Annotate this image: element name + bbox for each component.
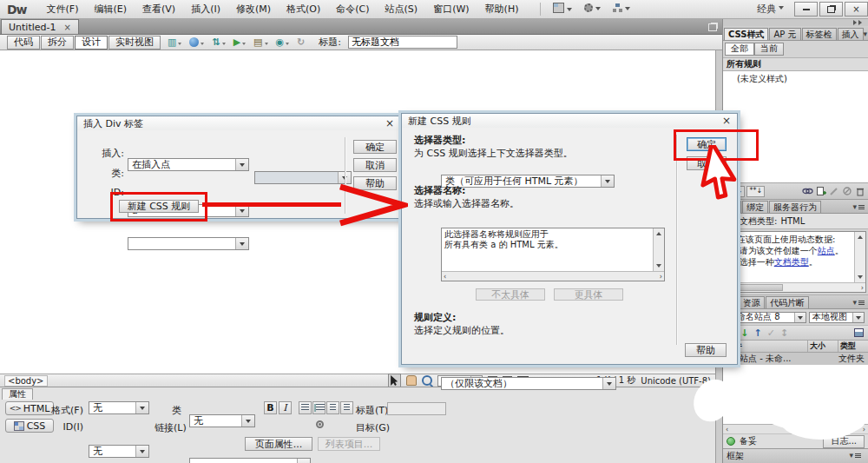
insert-point-select[interactable]: 在插入点 — [128, 158, 249, 171]
doctype-link[interactable]: 文档类型 — [774, 257, 809, 267]
selector-type-select[interactable]: 类（可应用于任何 HTML 元素） — [441, 175, 615, 188]
selector-type-label: 选择器类型: — [414, 134, 465, 147]
insert-div-ok-button[interactable]: 确定 — [353, 140, 397, 154]
rule-location-select[interactable]: （仅限该文档） — [441, 377, 616, 390]
all-rules-button[interactable]: 全部 — [725, 43, 754, 56]
disable-property-icon[interactable] — [842, 186, 852, 196]
menu-help[interactable]: 帮助(H) — [477, 3, 527, 16]
title-field[interactable] — [387, 402, 446, 415]
tab-css-styles[interactable]: CSS样式 — [724, 28, 768, 40]
put-files-icon[interactable]: ↑ — [753, 327, 761, 339]
document-title-input[interactable] — [348, 36, 457, 49]
file-management-icon[interactable]: ▥ — [168, 36, 181, 48]
refresh-icon[interactable]: ↻ — [297, 36, 305, 48]
close-tab-icon[interactable]: × — [63, 23, 70, 32]
insert-div-title-bar[interactable]: 插入 Div 标签 × — [77, 116, 400, 130]
attach-stylesheet-icon[interactable] — [802, 186, 813, 196]
frames-panel-bar[interactable]: 框架 ▾ — [723, 448, 868, 463]
info-box-hscrollbar[interactable]: ‹› — [442, 271, 664, 281]
tab-snippets[interactable]: 代码片断 — [766, 296, 809, 308]
info-vscrollbar[interactable] — [854, 232, 865, 282]
restore-document-icon[interactable] — [708, 23, 717, 31]
edit-rule-icon[interactable] — [829, 186, 839, 196]
tab-insert[interactable]: 插入 — [838, 28, 864, 40]
current-rule-button[interactable]: 当前 — [754, 43, 784, 56]
tab-assets[interactable]: 资源 — [739, 296, 765, 308]
class-select[interactable]: 无 — [189, 414, 255, 427]
id-select[interactable]: 无 — [89, 445, 149, 458]
ordered-list-icon[interactable] — [312, 401, 326, 414]
live-view-button[interactable]: 实时视图 — [108, 36, 161, 50]
hand-tool-icon[interactable] — [406, 375, 417, 386]
insert-div-cancel-button[interactable]: 取消 — [353, 158, 397, 172]
workspace-switcher[interactable]: 经典 — [757, 3, 792, 16]
panel-menu-icon-3[interactable]: ▾ — [852, 298, 868, 308]
delete-rule-icon[interactable] — [855, 186, 865, 196]
expand-files-panel-icon[interactable] — [854, 328, 864, 337]
new-css-help-button[interactable]: 帮助 — [685, 343, 727, 357]
get-files-icon[interactable]: ↓ — [740, 327, 748, 339]
collapse-panels-icon[interactable] — [853, 20, 865, 25]
css-mode-button[interactable]: CSS — [5, 419, 54, 433]
menu-modify[interactable]: 修改(M) — [228, 3, 279, 16]
menu-commands[interactable]: 命令(C) — [328, 3, 377, 16]
minimize-button[interactable] — [794, 2, 818, 17]
validate-markup-icon[interactable]: ▤ — [253, 36, 267, 48]
menu-insert[interactable]: 插入(I) — [183, 3, 228, 16]
new-css-title-bar[interactable]: 新建 CSS 规则 × — [402, 114, 737, 128]
unordered-list-icon[interactable] — [299, 401, 312, 414]
insert-div-close-icon[interactable]: × — [385, 119, 394, 128]
live-code-icon[interactable]: ▶ — [233, 36, 246, 48]
column-size[interactable]: 大小 — [808, 341, 838, 352]
panel-menu-icon-2[interactable]: ▾ — [852, 202, 868, 213]
layout-switcher-icon[interactable] — [553, 3, 572, 16]
new-css-close-icon[interactable]: × — [722, 116, 731, 125]
tag-selector-body[interactable]: <body> — [4, 375, 48, 387]
info-hscrollbar[interactable]: › — [726, 282, 865, 292]
page-properties-button[interactable]: 页面属性... — [245, 437, 312, 451]
view-mode-select[interactable]: 本地视图 — [809, 312, 865, 323]
document-tab[interactable]: Untitled-1 × — [1, 19, 79, 34]
restore-button[interactable] — [819, 2, 843, 17]
html-mode-button[interactable]: <>HTML — [5, 401, 54, 415]
div-id-select[interactable] — [128, 237, 249, 250]
point-to-file-icon[interactable] — [316, 420, 324, 428]
outdent-icon[interactable] — [326, 401, 339, 414]
tab-tag-inspector[interactable]: 标签检 — [802, 28, 837, 40]
column-type[interactable]: 类型 — [838, 341, 868, 352]
format-select[interactable]: 无 — [89, 401, 149, 414]
panel-menu-icon[interactable]: ▾ — [864, 30, 868, 40]
menu-file[interactable]: 文件(F) — [39, 3, 87, 16]
bold-button[interactable]: B — [264, 401, 277, 414]
new-css-rule-icon[interactable] — [816, 186, 826, 196]
site-root-row[interactable]: 站点 - 未命... 文件夹 — [723, 353, 868, 365]
split-view-button[interactable]: 拆分 — [41, 36, 74, 50]
menu-window[interactable]: 窗口(W) — [425, 3, 477, 16]
close-button[interactable]: × — [845, 2, 868, 17]
css-rule-item[interactable]: (未定义样式) — [723, 71, 868, 85]
code-view-button[interactable]: 代码 — [7, 36, 40, 50]
id-label: ID(I) — [50, 421, 83, 433]
zoom-tool-icon[interactable] — [422, 375, 432, 386]
italic-button[interactable]: I — [279, 401, 292, 414]
tab-ap-elements[interactable]: AP 元 — [769, 28, 800, 40]
panel-menu-icon-4[interactable]: ▾ — [849, 451, 865, 461]
info-box-vscrollbar[interactable] — [653, 228, 664, 271]
indent-icon[interactable] — [340, 401, 353, 414]
tab-server-behaviors[interactable]: 服务器行为 — [769, 201, 821, 213]
site-setup-icon[interactable] — [613, 3, 630, 15]
visual-aids-icon[interactable]: ◉ — [276, 36, 290, 48]
preview-browser-icon[interactable] — [189, 37, 204, 47]
select-tool-icon[interactable] — [388, 374, 401, 387]
menu-edit[interactable]: 编辑(E) — [86, 3, 135, 16]
properties-panel-tab[interactable]: 属性 — [2, 388, 33, 400]
menu-view[interactable]: 查看(V) — [135, 3, 183, 16]
design-view-button[interactable]: 设计 — [75, 36, 108, 50]
check-compatibility-icon[interactable]: ⇅ — [212, 36, 225, 48]
css-view-toggle: 全部 当前 — [723, 41, 868, 58]
create-site-link[interactable]: 站点 — [818, 246, 835, 255]
menu-site[interactable]: 站点(S) — [378, 3, 426, 16]
link-combo[interactable] — [189, 458, 311, 463]
extensions-gear-icon[interactable] — [584, 3, 601, 15]
menu-format[interactable]: 格式(O) — [279, 3, 328, 16]
